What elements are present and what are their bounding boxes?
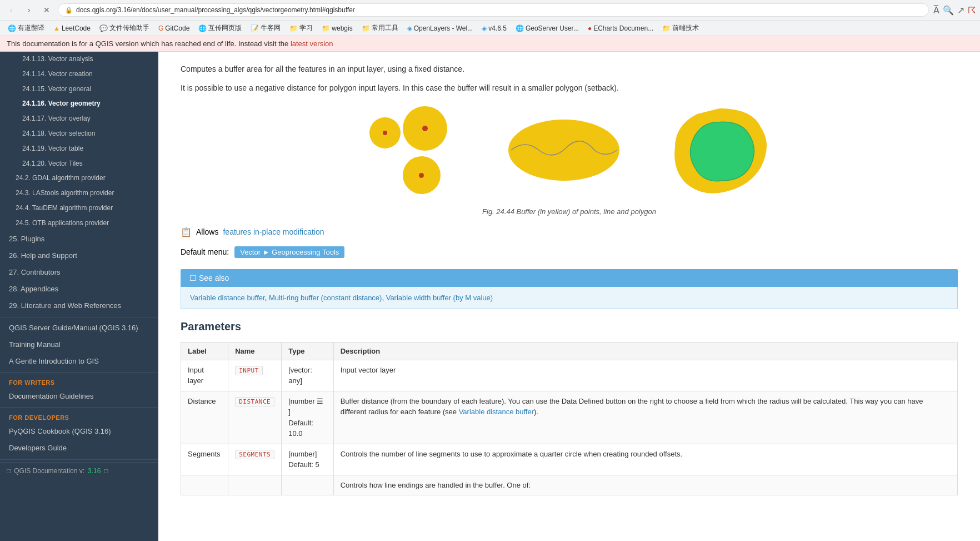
sidebar-item-vector-overlay[interactable]: 24.1.17. Vector overlay	[0, 111, 158, 126]
row-label: Segments	[181, 444, 228, 475]
col-type: Type	[282, 342, 334, 360]
bookmark-study[interactable]: 📁 学习	[286, 22, 316, 34]
sidebar-item-vector-geometry[interactable]: 24.1.16. Vector geometry	[0, 96, 158, 111]
table-row: Input layer INPUT [vector: any] Input ve…	[181, 360, 958, 391]
footer-version: 3.16	[88, 467, 101, 475]
col-name: Name	[228, 342, 282, 360]
see-also-body: Variable distance buffer, Multi-ring buf…	[181, 287, 958, 309]
share-icon[interactable]: ↗	[957, 5, 964, 16]
parameters-title: Parameters	[181, 320, 958, 333]
latest-version-link[interactable]: latest version	[291, 39, 333, 48]
row-type: [number]Default: 5	[282, 444, 334, 475]
allows-text: Allows	[196, 227, 218, 236]
bookmark-label: ECharts Documen...	[593, 24, 653, 32]
line-buffer-svg	[503, 114, 625, 186]
back-button[interactable]: ‹	[4, 3, 18, 17]
bookmark-label: 牛客网	[261, 23, 281, 33]
sidebar: 24.1.13. Vector analysis 24.1.14. Vector…	[0, 52, 158, 541]
sidebar-item-vector-tiles[interactable]: 24.1.20. Vector Tiles	[0, 156, 158, 171]
bookmark-openlayers[interactable]: ◈ OpenLayers - Wel...	[404, 23, 477, 33]
nav-bar: ‹ › ✕ 🔒 docs.qgis.org/3.16/en/docs/user_…	[0, 0, 980, 20]
sidebar-item-vector-analysis[interactable]: 24.1.13. Vector analysis	[0, 52, 158, 67]
sidebar-footer: □ QGIS Documentation v: 3.16 □	[0, 462, 158, 479]
sidebar-divider2	[0, 372, 158, 373]
sidebar-item-taudem[interactable]: 24.4. TauDEM algorithm provider	[0, 201, 158, 216]
table-row: Controls how line endings are handled in…	[181, 475, 958, 495]
folder2-icon: 📁	[322, 24, 330, 32]
bookmark-mutual[interactable]: 🌐 互传网页版	[195, 22, 245, 34]
url-text: docs.qgis.org/3.16/en/docs/user_manual/p…	[76, 6, 922, 14]
see-also-link-2[interactable]: Multi-ring buffer (constant distance)	[269, 294, 382, 302]
footer-box2-icon: □	[104, 467, 108, 475]
bookmark-frontend[interactable]: 📁 前端技术	[659, 22, 702, 34]
banner-text: This documentation is for a QGIS version…	[7, 39, 288, 48]
row-type: [number ☰ ]Default: 10.0	[282, 391, 334, 444]
bookmark-gitcode[interactable]: G GitCode	[155, 23, 193, 33]
sidebar-item-appendices[interactable]: 28. Appendices	[0, 281, 158, 297]
bookmark-label: 互传网页版	[208, 23, 242, 33]
see-also-title: See also	[199, 274, 229, 282]
sidebar-item-pyqgis[interactable]: PyQGIS Cookbook (QGIS 3.16)	[0, 423, 158, 440]
zoom-icon[interactable]: 🔍	[943, 5, 954, 16]
shield-icon[interactable]: ☈	[968, 5, 976, 16]
translate-icon[interactable]: A̅	[933, 5, 939, 16]
sidebar-item-vector-general[interactable]: 24.1.15. Vector general	[0, 82, 158, 97]
bookmark-label: 文件传输助手	[109, 23, 149, 33]
polygon-buffer-container	[669, 106, 769, 196]
folder-icon: 📁	[289, 24, 298, 32]
row-name: DISTANCE	[228, 391, 282, 444]
bookmark-nowcoder[interactable]: 📝 牛客网	[247, 22, 284, 34]
sidebar-item-dev-guide[interactable]: Developers Guide	[0, 440, 158, 456]
forward-button[interactable]: ›	[22, 3, 36, 17]
frontend-icon: 📁	[662, 24, 671, 32]
sidebar-item-otb[interactable]: 24.5. OTB applications provider	[0, 216, 158, 231]
see-also-link-1[interactable]: Variable distance buffer	[190, 294, 265, 302]
variable-distance-link[interactable]: Variable distance buffer	[459, 408, 534, 416]
sidebar-item-vector-selection[interactable]: 24.1.18. Vector selection	[0, 126, 158, 141]
sidebar-item-doc-guidelines[interactable]: Documentation Guidelines	[0, 388, 158, 405]
sidebar-item-plugins[interactable]: 25. Plugins	[0, 231, 158, 247]
bookmark-label: 学习	[299, 23, 313, 33]
buffer-circle-2	[369, 117, 401, 148]
sidebar-item-gentle-intro[interactable]: A Gentle Introduction to GIS	[0, 353, 158, 370]
sidebar-item-qgis-server[interactable]: QGIS Server Guide/Manual (QGIS 3.16)	[0, 320, 158, 336]
features-in-place-link[interactable]: features in-place modification	[223, 227, 324, 236]
default-menu-label: Default menu:	[181, 247, 229, 256]
reload-button[interactable]: ✕	[40, 3, 53, 17]
sidebar-item-gdal[interactable]: 24.2. GDAL algorithm provider	[0, 171, 158, 186]
sidebar-item-help[interactable]: 26. Help and Support	[0, 247, 158, 264]
bookmark-geoserver[interactable]: 🌐 GeoServer User...	[512, 23, 582, 33]
menu-badge: Vector ► Geoprocessing Tools	[234, 246, 344, 258]
sidebar-item-vector-table[interactable]: 24.1.19. Vector table	[0, 141, 158, 156]
browser-actions: A̅ 🔍 ↗ ☈	[933, 5, 976, 16]
point-dot-1	[422, 126, 428, 131]
figure-area	[181, 106, 958, 196]
bookmark-filetransfer[interactable]: 💬 文件传输助手	[96, 22, 153, 34]
geoserver-icon: 🌐	[516, 24, 524, 32]
bookmark-youdao[interactable]: 🌐 有道翻译	[4, 22, 48, 34]
bookmark-webgis[interactable]: 📁 webgis	[318, 23, 356, 33]
row-label: Distance	[181, 391, 228, 444]
sidebar-divider3	[0, 407, 158, 408]
line-buffer-container	[503, 114, 625, 188]
bookmark-tools[interactable]: 📁 常用工具	[358, 22, 402, 34]
sidebar-item-training[interactable]: Training Manual	[0, 336, 158, 353]
bookmark-echarts[interactable]: ● ECharts Documen...	[584, 23, 657, 33]
see-also-checkbox-icon: ☐	[189, 274, 197, 282]
row-desc: Controls the number of line segments to …	[333, 444, 957, 475]
url-bar[interactable]: 🔒 docs.qgis.org/3.16/en/docs/user_manual…	[58, 3, 929, 17]
point-buffers	[369, 106, 458, 195]
see-also-link-3[interactable]: Variable width buffer (by M value)	[386, 294, 493, 302]
sidebar-item-lastools[interactable]: 24.3. LAStools algorithm provider	[0, 186, 158, 201]
sidebar-item-contributors[interactable]: 27. Contributors	[0, 264, 158, 281]
col-description: Description	[333, 342, 957, 360]
nowcoder-icon: 📝	[251, 24, 259, 32]
default-menu-row: Default menu: Vector ► Geoprocessing Too…	[181, 246, 958, 258]
bookmark-label: webgis	[332, 24, 352, 32]
table-header-row: Label Name Type Description	[181, 342, 958, 360]
sidebar-item-vector-creation[interactable]: 24.1.14. Vector creation	[0, 67, 158, 82]
sidebar-item-literature[interactable]: 29. Literature and Web References	[0, 297, 158, 314]
bookmark-leetcode[interactable]: ▲ LeetCode	[50, 23, 94, 33]
table-row: Distance DISTANCE [number ☰ ]Default: 10…	[181, 391, 958, 444]
bookmark-version[interactable]: ◈ v4.6.5	[478, 23, 510, 33]
